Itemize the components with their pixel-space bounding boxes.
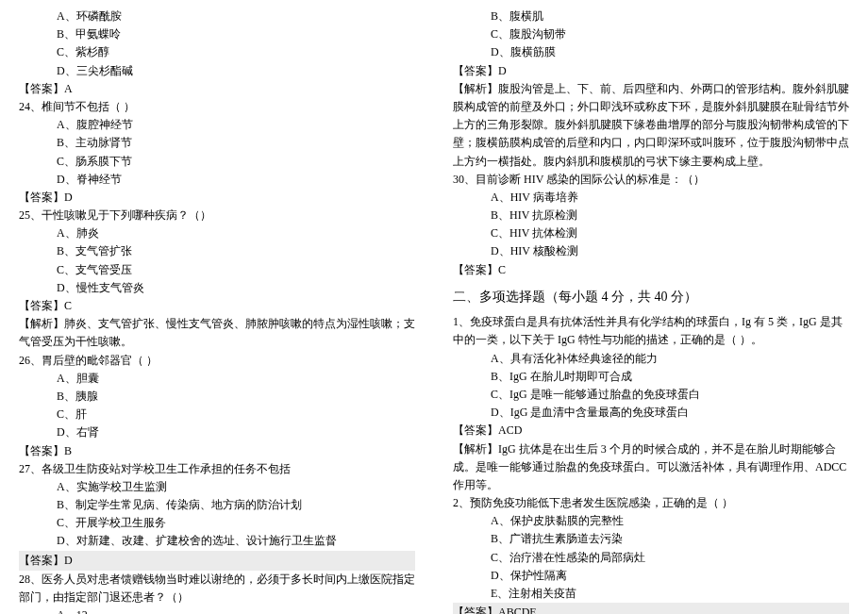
q25-stem: 25、干性咳嗽见于下列哪种疾病？（） xyxy=(19,207,415,224)
q26-option: B、胰腺 xyxy=(19,388,415,406)
q24-answer: 【答案】D xyxy=(19,189,415,207)
mq1-stem: 1、免疫球蛋白是具有抗体活性并具有化学结构的球蛋白，Ig 有 5 类，IgG 是… xyxy=(453,313,849,349)
q25-option: A、肺炎 xyxy=(19,224,415,242)
q25-option: D、慢性支气管炎 xyxy=(19,279,415,297)
section-2-heading: 二、多项选择题（每小题 4 分，共 40 分） xyxy=(453,287,849,307)
q23-option: B、甲氨蝶呤 xyxy=(19,25,415,43)
mq2-stem: 2、预防免疫功能低下患者发生医院感染，正确的是（ ） xyxy=(453,494,849,512)
q25-option: B、支气管扩张 xyxy=(19,242,415,260)
q29-option: D、腹横筋膜 xyxy=(453,43,849,61)
mq2-option: C、治疗潜在性感染的局部病灶 xyxy=(453,549,849,567)
right-column: B、腹横肌 C、腹股沟韧带 D、腹横筋膜 【答案】D 【解析】腹股沟管是上、下、… xyxy=(434,8,849,606)
q28-stem: 28、医务人员对患者馈赠钱物当时难以谢绝的，必须于多长时间内上缴医院指定部门，由… xyxy=(19,571,415,606)
q27-option: A、实施学校卫生监测 xyxy=(19,478,415,496)
q27-stem: 27、各级卫生防疫站对学校卫生工作承担的任务不包括 xyxy=(19,460,415,478)
page: A、环磷酰胺 B、甲氨蝶呤 C、紫杉醇 D、三尖杉酯碱 【答案】A 24、椎间节… xyxy=(0,0,868,614)
q27-option: B、制定学生常见病、传染病、地方病的防治计划 xyxy=(19,496,415,514)
mq1-option: A、具有活化补体经典途径的能力 xyxy=(453,350,849,368)
mq1-answer: 【答案】ACD xyxy=(453,422,849,440)
q23-option: A、环磷酰胺 xyxy=(19,8,415,25)
q25-answer: 【答案】C xyxy=(19,297,415,315)
q30-stem: 30、目前诊断 HIV 感染的国际公认的标准是：（） xyxy=(453,171,849,189)
q27-answer: 【答案】D xyxy=(19,551,415,571)
q24-option: B、主动脉肾节 xyxy=(19,134,415,152)
q24-option: A、腹腔神经节 xyxy=(19,116,415,134)
q29-option: B、腹横肌 xyxy=(453,8,849,25)
q29-answer: 【答案】D xyxy=(453,62,849,80)
q30-answer: 【答案】C xyxy=(453,261,849,279)
mq2-option: A、保护皮肤黏膜的完整性 xyxy=(453,512,849,530)
q24-stem: 24、椎间节不包括（ ） xyxy=(19,98,415,116)
q23-option: C、紫杉醇 xyxy=(19,43,415,61)
q26-option: A、胆囊 xyxy=(19,370,415,388)
mq2-option: B、广谱抗生素肠道去污染 xyxy=(453,530,849,548)
mq2-option: D、保护性隔离 xyxy=(453,567,849,585)
q27-option: C、开展学校卫生服务 xyxy=(19,514,415,532)
mq1-explanation: 【解析】IgG 抗体是在出生后 3 个月的时候合成的，并不是在胎儿时期能够合成。… xyxy=(453,440,849,495)
mq1-option: D、IgG 是血清中含量最高的免疫球蛋白 xyxy=(453,404,849,422)
q28-option: A、12 xyxy=(19,606,415,614)
q30-option: B、HIV 抗原检测 xyxy=(453,207,849,224)
mq1-option: B、IgG 在胎儿时期即可合成 xyxy=(453,368,849,386)
q25-explanation: 【解析】肺炎、支气管扩张、慢性支气管炎、肺脓肿咳嗽的特点为湿性咳嗽；支气管受压为… xyxy=(19,315,415,351)
q27-option: D、对新建、改建、扩建校舍的选址、设计施行卫生监督 xyxy=(19,532,415,550)
mq2-answer: 【答案】ABCDE xyxy=(453,603,849,614)
q29-option: C、腹股沟韧带 xyxy=(453,25,849,43)
mq1-option: C、IgG 是唯一能够通过胎盘的免疫球蛋白 xyxy=(453,386,849,404)
left-column: A、环磷酰胺 B、甲氨蝶呤 C、紫杉醇 D、三尖杉酯碱 【答案】A 24、椎间节… xyxy=(19,8,434,606)
q30-option: C、HIV 抗体检测 xyxy=(453,224,849,242)
q30-option: A、HIV 病毒培养 xyxy=(453,189,849,207)
q26-stem: 26、胃后壁的毗邻器官（ ） xyxy=(19,352,415,370)
q24-option: D、脊神经节 xyxy=(19,171,415,189)
q25-option: C、支气管受压 xyxy=(19,261,415,279)
q30-option: D、HIV 核酸检测 xyxy=(453,242,849,260)
q26-option: D、右肾 xyxy=(19,423,415,441)
mq2-option: E、注射相关疫苗 xyxy=(453,585,849,603)
q26-answer: 【答案】B xyxy=(19,442,415,460)
q24-option: C、肠系膜下节 xyxy=(19,153,415,171)
q23-option: D、三尖杉酯碱 xyxy=(19,62,415,80)
q23-answer: 【答案】A xyxy=(19,80,415,98)
q29-explanation: 【解析】腹股沟管是上、下、前、后四壁和内、外两口的管形结构。腹外斜肌腱膜构成管的… xyxy=(453,80,849,171)
q26-option: C、肝 xyxy=(19,406,415,423)
